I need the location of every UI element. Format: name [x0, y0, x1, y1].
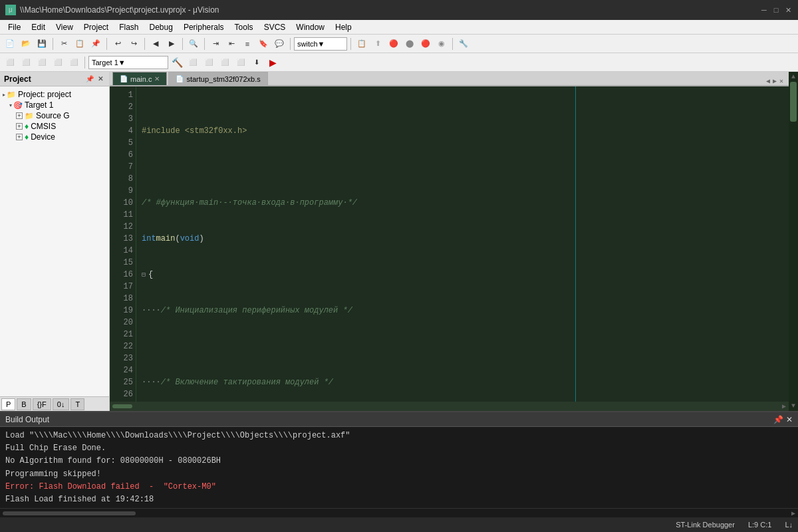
tree-item-project[interactable]: ▸ 📁 Project: project — [0, 89, 109, 100]
menu-item-help[interactable]: Help — [330, 21, 357, 33]
separator — [350, 38, 351, 50]
tb2-btn5[interactable]: ⬜ — [66, 55, 81, 70]
menu-item-view[interactable]: View — [51, 21, 78, 33]
tab-main-c[interactable]: 📄 main.c ✕ — [112, 72, 167, 85]
outdent-button[interactable]: ⇤ — [224, 37, 239, 51]
hscroll-thumb[interactable] — [112, 404, 132, 408]
build-output-line: Error: Flash Download failed - "Cortex-M… — [5, 481, 793, 493]
tree-item-cmsis[interactable]: + ♦ CMSIS — [0, 121, 109, 132]
project-panel-header: Project 📌 ✕ — [0, 72, 109, 86]
hscroll-right-icon[interactable]: ▶ — [782, 402, 786, 410]
build-target-button[interactable]: 🔨 — [170, 55, 184, 70]
editor-hscroll[interactable]: ▶ — [110, 402, 789, 411]
paste-button[interactable]: 📌 — [88, 37, 103, 51]
cut-button[interactable]: ✂ — [57, 37, 71, 51]
reset-button[interactable]: 🔴 — [418, 37, 433, 51]
toolbar-1: 📄 📂 💾 ✂ 📋 📌 ↩ ↪ ◀ ▶ 🔍 ⇥ ⇤ ≡ 🔖 💬 switch▼ … — [0, 35, 798, 53]
menu-item-debug[interactable]: Debug — [144, 21, 178, 33]
menu-item-flash[interactable]: Flash — [114, 21, 144, 33]
close-panel-button[interactable]: ✕ — [96, 74, 105, 84]
close-build-button[interactable]: ✕ — [786, 415, 793, 424]
tab-startup[interactable]: 📄 startup_stm32f072xb.s — [168, 72, 267, 85]
open-map-button[interactable]: ⬜ — [233, 55, 248, 70]
collapse-icon[interactable]: + — [16, 112, 23, 119]
build-hscroll-thumb[interactable] — [3, 511, 136, 515]
minimize-button[interactable]: ─ — [759, 5, 769, 15]
project-tab-0[interactable]: 0↓ — [53, 398, 70, 410]
load-button[interactable]: ⬆ — [370, 37, 385, 51]
code-line-2 — [142, 161, 783, 173]
target-icon: 🎯 — [13, 101, 23, 110]
nav-back-button[interactable]: ◀ — [148, 37, 163, 51]
batch-build-button[interactable]: ⬜ — [217, 55, 232, 70]
pin-button[interactable]: 📌 — [85, 74, 94, 84]
copy-button[interactable]: 📋 — [72, 37, 87, 51]
maximize-button[interactable]: □ — [771, 5, 781, 15]
tb2-btn3[interactable]: ⬜ — [35, 55, 49, 70]
scroll-down-icon[interactable]: ▼ — [790, 401, 797, 411]
build-output-line: Programming skipped! — [5, 468, 793, 481]
collapse-icon[interactable]: + — [16, 123, 23, 130]
nav-fwd-button[interactable]: ▶ — [164, 37, 179, 51]
misc-button[interactable]: ◉ — [434, 37, 449, 51]
new-file-button[interactable]: 📄 — [3, 37, 17, 51]
menu-item-window[interactable]: Window — [291, 21, 330, 33]
menu-item-svcs[interactable]: SVCS — [259, 21, 291, 33]
switch-dropdown[interactable]: switch▼ — [294, 37, 347, 51]
fold-marker-5[interactable]: ⊟ — [142, 270, 146, 280]
toggle-button[interactable]: ≡ — [240, 37, 255, 51]
open-file-button[interactable]: 📂 — [19, 37, 33, 51]
target-dropdown[interactable]: Target 1▼ — [88, 56, 168, 69]
tree-item-target1[interactable]: ▾ 🎯 Target 1 — [0, 100, 109, 110]
start-debug-button[interactable]: ▶ — [265, 55, 280, 70]
editor-tabs-list: 📄 main.c ✕ 📄 startup_stm32f072xb.s — [112, 72, 268, 85]
build-scroll-right-icon[interactable]: ▶ — [791, 509, 795, 517]
scroll-up-icon[interactable]: ▲ — [790, 72, 797, 82]
indent-button[interactable]: ⇥ — [208, 37, 223, 51]
tb2-btn2[interactable]: ⬜ — [19, 55, 33, 70]
save-button[interactable]: 💾 — [35, 37, 49, 51]
menu-item-tools[interactable]: Tools — [229, 21, 259, 33]
collapse-icon[interactable]: + — [16, 134, 23, 140]
settings-button[interactable]: 🔧 — [456, 37, 471, 51]
search-button[interactable]: 🔍 — [186, 37, 201, 51]
close-editor-icon[interactable]: ✕ — [779, 77, 783, 85]
build-hscroll[interactable]: ▶ — [0, 508, 798, 517]
tab-close-icon[interactable]: ✕ — [154, 75, 160, 82]
code-editor[interactable]: 1 2 3 4 5 6 7 8 9 10 11 12 13 14 15 16 1… — [110, 86, 789, 402]
build-output-header: Build Output 📌 ✕ — [0, 412, 798, 427]
build-all-button[interactable]: ⬜ — [186, 55, 200, 70]
toolbar-2: ⬜ ⬜ ⬜ ⬜ ⬜ Target 1▼ 🔨 ⬜ ⬜ ⬜ ⬜ ⬇ ▶ — [0, 53, 798, 72]
menu-item-file[interactable]: File — [3, 21, 26, 33]
comment-button[interactable]: 💬 — [272, 37, 287, 51]
tree-item-source-g[interactable]: + 📁 Source G — [0, 110, 109, 121]
project-tab-t[interactable]: T — [70, 398, 84, 410]
undo-button[interactable]: ↩ — [110, 37, 125, 51]
bookmark-button[interactable]: 🔖 — [256, 37, 271, 51]
close-button[interactable]: ✕ — [783, 5, 793, 15]
scroll-left-icon[interactable]: ◀ — [766, 77, 770, 85]
project-tab-p[interactable]: P — [1, 398, 15, 410]
stop-button[interactable]: ⬤ — [402, 37, 417, 51]
redo-button[interactable]: ↪ — [126, 37, 141, 51]
pin-build-button[interactable]: 📌 — [773, 415, 783, 424]
code-content[interactable]: #include <stm32f0xx.h> /* #функция·main·… — [136, 86, 789, 402]
tb2-btn4[interactable]: ⬜ — [51, 55, 65, 70]
build-button[interactable]: 📋 — [354, 37, 369, 51]
menu-item-peripherals[interactable]: Peripherals — [178, 21, 229, 33]
debug-button[interactable]: 🔴 — [386, 37, 401, 51]
download-button[interactable]: ⬇ — [249, 55, 264, 70]
code-line-6: ····/* Инициализация периферийных модуле… — [142, 305, 783, 317]
menu-item-edit[interactable]: Edit — [26, 21, 51, 33]
scroll-right-icon[interactable]: ▶ — [773, 77, 777, 85]
separator — [452, 38, 453, 50]
tb2-btn1[interactable]: ⬜ — [3, 55, 17, 70]
editor-vscroll[interactable]: ▲ ▼ — [789, 72, 798, 411]
tree-item-device[interactable]: + ♦ Device — [0, 132, 109, 142]
editor-tabs: 📄 main.c ✕ 📄 startup_stm32f072xb.s ◀ ▶ ✕ — [110, 72, 789, 86]
vscroll-thumb[interactable] — [790, 82, 797, 122]
project-tab-b[interactable]: B — [17, 398, 31, 410]
rebuild-button[interactable]: ⬜ — [201, 55, 216, 70]
menu-item-project[interactable]: Project — [78, 21, 114, 33]
project-tab-f[interactable]: {}F — [33, 398, 51, 410]
